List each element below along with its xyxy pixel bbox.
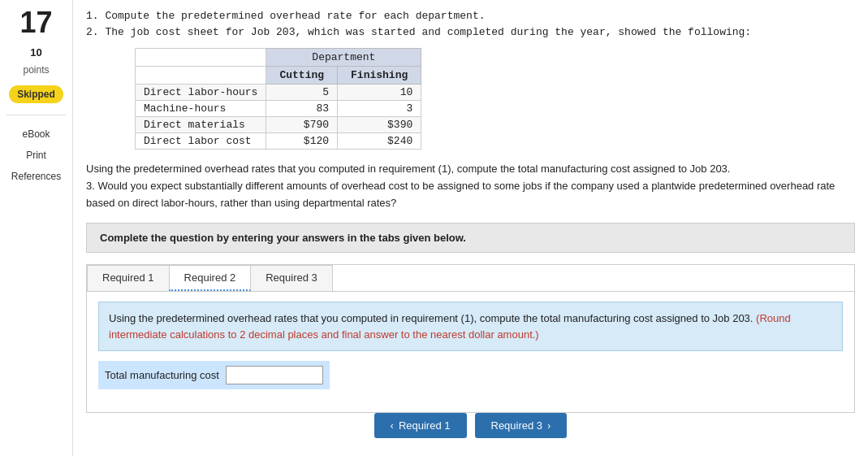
- table-row: Direct labor-hours 5 10: [136, 85, 421, 101]
- tab-content-req2: Using the predetermined overhead rates t…: [87, 292, 854, 412]
- row-finishing: 3: [338, 101, 421, 117]
- input-label: Total manufacturing cost: [105, 369, 219, 381]
- question2-text: Using the predetermined overhead rates t…: [86, 163, 730, 175]
- info-main-text: Using the predetermined overhead rates t…: [109, 312, 753, 324]
- next-button[interactable]: Required 3 ›: [475, 413, 568, 438]
- intro-line2: 2. The job cost sheet for Job 203, which…: [86, 24, 855, 41]
- row-label: Direct labor cost: [136, 133, 266, 150]
- row-finishing: 10: [338, 85, 421, 101]
- prev-icon: ‹: [391, 419, 394, 432]
- sidebar-item-ebook[interactable]: eBook: [22, 127, 50, 141]
- question3-text: 3. Would you expect substantially differ…: [86, 180, 835, 209]
- row-cutting: 83: [266, 101, 338, 117]
- dept-table-wrap: Department Cutting Finishing Direct labo…: [135, 48, 855, 150]
- info-box: Using the predetermined overhead rates t…: [98, 302, 843, 351]
- next-label: Required 3: [491, 419, 543, 432]
- input-row: Total manufacturing cost: [98, 361, 330, 389]
- dept-table: Department Cutting Finishing Direct labo…: [135, 48, 421, 150]
- sidebar-divider: [6, 115, 66, 115]
- col-finishing: Finishing: [338, 67, 421, 85]
- sidebar-item-print[interactable]: Print: [26, 148, 46, 163]
- col-cutting: Cutting: [266, 67, 338, 85]
- row-cutting: $790: [266, 117, 338, 133]
- intro-line1: 1. Compute the predetermined overhead ra…: [86, 8, 855, 24]
- tabs-container: Required 1 Required 2 Required 3 Using t…: [86, 264, 855, 413]
- nav-buttons: ‹ Required 1 Required 3 ›: [86, 413, 855, 441]
- row-cutting: 5: [266, 85, 338, 101]
- row-finishing: $240: [338, 133, 421, 150]
- intro-text: 1. Compute the predetermined overhead ra…: [86, 8, 855, 40]
- prev-label: Required 1: [399, 419, 451, 432]
- next-icon: ›: [547, 419, 551, 432]
- table-row: Machine-hours 83 3: [136, 101, 421, 117]
- sidebar-item-references[interactable]: References: [11, 169, 61, 184]
- dept-header: Department: [266, 49, 421, 67]
- question-text: Using the predetermined overhead rates t…: [86, 161, 855, 211]
- points-value: 10: [30, 47, 41, 58]
- row-label: Machine-hours: [136, 101, 266, 117]
- points-label: points: [23, 64, 49, 76]
- problem-number: 17: [19, 8, 52, 37]
- row-cutting: $120: [266, 133, 338, 150]
- row-label: Direct materials: [136, 117, 266, 133]
- skipped-badge: Skipped: [9, 85, 63, 103]
- row-label: Direct labor-hours: [136, 85, 266, 101]
- sidebar: 17 10 points Skipped eBook Print Referen…: [0, 0, 73, 456]
- complete-box: Complete the question by entering your a…: [86, 223, 855, 253]
- tabs-header: Required 1 Required 2 Required 3: [87, 265, 854, 292]
- tab-required3[interactable]: Required 3: [250, 265, 333, 291]
- row-finishing: $390: [338, 117, 421, 133]
- table-row: Direct labor cost $120 $240: [136, 133, 421, 150]
- prev-button[interactable]: ‹ Required 1: [374, 413, 467, 438]
- main-content: 1. Compute the predetermined overhead ra…: [73, 0, 868, 456]
- tab-required2[interactable]: Required 2: [169, 265, 252, 291]
- total-manufacturing-cost-input[interactable]: [226, 366, 323, 384]
- tab-required1[interactable]: Required 1: [87, 265, 170, 291]
- table-row: Direct materials $790 $390: [136, 117, 421, 133]
